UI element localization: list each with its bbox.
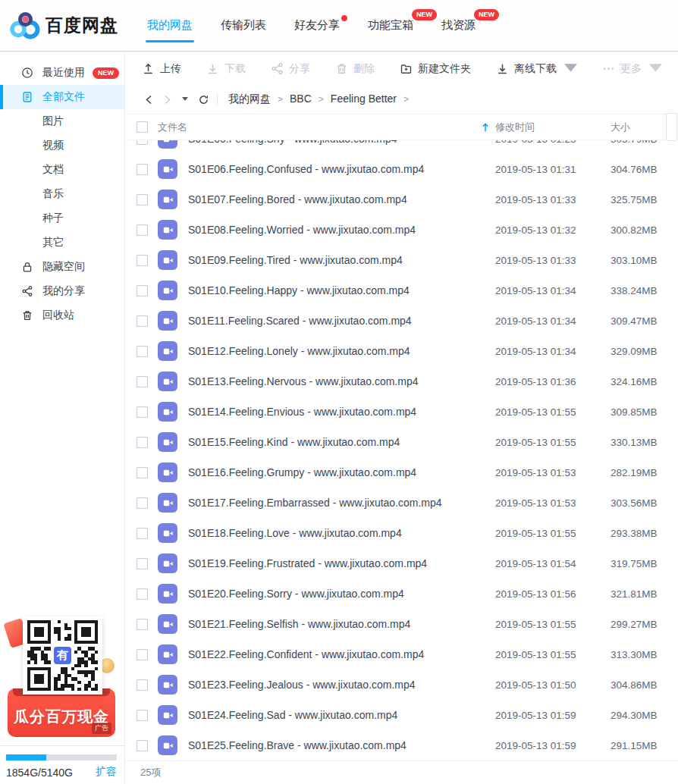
file-row[interactable]: S01E15.Feeling.Kind - www.jixutao.com.mp… <box>126 427 678 457</box>
delete-button[interactable]: 删除 <box>335 62 375 76</box>
file-row[interactable]: S01E16.Feeling.Grumpy - www.jixutao.com.… <box>126 457 678 488</box>
file-row[interactable]: S01E06.Feeling.Confused - www.jixutao.co… <box>126 154 678 184</box>
scrollbar-thumb[interactable] <box>666 113 677 141</box>
sidebar-item-others[interactable]: 其它 <box>0 230 124 255</box>
share-button[interactable]: 分享 <box>271 62 310 76</box>
file-name[interactable]: S01E20.Feeling.Sorry - www.jixutao.com.m… <box>188 588 495 600</box>
history-dropdown-button[interactable] <box>176 90 194 108</box>
expand-storage-link[interactable]: 扩容 <box>96 765 117 779</box>
file-row[interactable]: S01E20.Feeling.Sorry - www.jixutao.com.m… <box>126 579 678 609</box>
row-checkbox[interactable] <box>137 528 148 539</box>
sidebar-item-torrents[interactable]: 种子 <box>0 206 124 230</box>
tab-friend-share[interactable]: 好友分享 <box>294 18 340 33</box>
file-name[interactable]: S01E06.Feeling.Confused - www.jixutao.co… <box>188 163 495 175</box>
file-row[interactable]: S01E05.Feeling.Shy - www.jixutao.com.mp4… <box>126 140 678 154</box>
breadcrumb-segment[interactable]: Feeling Better <box>331 93 397 105</box>
row-checkbox[interactable] <box>137 740 148 751</box>
sidebar-item-videos[interactable]: 视频 <box>0 133 124 158</box>
row-checkbox[interactable] <box>137 467 148 478</box>
file-name[interactable]: S01E15.Feeling.Kind - www.jixutao.com.mp… <box>188 436 495 448</box>
file-row[interactable]: S01E25.Feeling.Brave - www.jixutao.com.m… <box>126 730 678 760</box>
row-checkbox[interactable] <box>137 164 148 175</box>
row-checkbox[interactable] <box>137 619 148 630</box>
file-row[interactable]: S01E07.Feeling.Bored - www.jixutao.com.m… <box>126 184 678 215</box>
row-checkbox[interactable] <box>137 194 148 205</box>
new-folder-button[interactable]: 新建文件夹 <box>400 62 471 76</box>
row-checkbox[interactable] <box>137 224 148 236</box>
sort-asc-icon[interactable] <box>482 123 489 132</box>
file-name[interactable]: S01E18.Feeling.Love - www.jixutao.com.mp… <box>188 527 495 539</box>
file-name[interactable]: S01E13.Feeling.Nervous - www.jixutao.com… <box>188 375 495 387</box>
file-row[interactable]: S01E23.Feeling.Jealous - www.jixutao.com… <box>126 670 678 700</box>
sidebar-item-my-shares[interactable]: 我的分享 <box>0 279 124 303</box>
row-checkbox[interactable] <box>137 376 148 387</box>
sidebar-item-documents[interactable]: 文档 <box>0 158 124 182</box>
file-row[interactable]: S01E11.Feeling.Scared - www.jixutao.com.… <box>126 306 678 336</box>
row-checkbox[interactable] <box>137 315 148 327</box>
file-name[interactable]: S01E21.Feeling.Selfish - www.jixutao.com… <box>188 618 495 630</box>
sidebar-item-all-files[interactable]: 全部文件 <box>0 85 124 109</box>
file-name[interactable]: S01E09.Feeling.Tired - www.jixutao.com.m… <box>188 254 495 266</box>
tab-my-drive[interactable]: 我的网盘 <box>147 18 193 33</box>
upload-button[interactable]: 上传 <box>142 62 181 76</box>
file-name[interactable]: S01E08.Feeling.Worried - www.jixutao.com… <box>188 224 495 236</box>
row-checkbox[interactable] <box>137 285 148 296</box>
file-name[interactable]: S01E23.Feeling.Jealous - www.jixutao.com… <box>188 679 495 691</box>
sidebar-item-recent[interactable]: 最近使用 NEW <box>0 61 124 85</box>
row-checkbox[interactable] <box>137 497 148 509</box>
breadcrumb-segment[interactable]: BBC <box>290 93 312 105</box>
row-checkbox[interactable] <box>137 437 148 448</box>
file-row[interactable]: S01E09.Feeling.Tired - www.jixutao.com.m… <box>126 245 678 275</box>
forward-button[interactable] <box>158 90 176 108</box>
sidebar-item-music[interactable]: 音乐 <box>0 182 124 206</box>
row-checkbox[interactable] <box>137 710 148 721</box>
breadcrumb-segment[interactable]: 我的网盘 <box>228 93 271 105</box>
more-button[interactable]: 更多 <box>602 62 662 76</box>
file-name[interactable]: S01E25.Feeling.Brave - www.jixutao.com.m… <box>188 739 495 751</box>
refresh-button[interactable] <box>194 90 212 108</box>
row-checkbox[interactable] <box>137 406 148 418</box>
file-name[interactable]: S01E07.Feeling.Bored - www.jixutao.com.m… <box>188 193 495 205</box>
row-checkbox[interactable] <box>137 588 148 600</box>
sidebar-item-pictures[interactable]: 图片 <box>0 109 124 133</box>
file-name[interactable]: S01E16.Feeling.Grumpy - www.jixutao.com.… <box>188 466 495 478</box>
file-name[interactable]: S01E24.Feeling.Sad - www.jixutao.com.mp4 <box>188 709 495 721</box>
back-button[interactable] <box>140 90 158 108</box>
column-header-modified[interactable]: 修改时间 <box>495 121 611 134</box>
file-name[interactable]: S01E12.Feeling.Lonely - www.jixutao.com.… <box>188 345 495 357</box>
tab-find-resources[interactable]: 找资源NEW <box>441 18 476 33</box>
row-checkbox[interactable] <box>137 558 148 569</box>
file-row[interactable]: S01E17.Feeling.Embarrassed - www.jixutao… <box>126 488 678 518</box>
file-row[interactable]: S01E18.Feeling.Love - www.jixutao.com.mp… <box>126 518 678 548</box>
file-name[interactable]: S01E17.Feeling.Embarrassed - www.jixutao… <box>188 497 495 509</box>
select-all-checkbox[interactable] <box>137 121 148 133</box>
row-checkbox[interactable] <box>137 649 148 660</box>
file-name[interactable]: S01E14.Feeling.Envious - www.jixutao.com… <box>188 406 495 418</box>
tab-toolbox[interactable]: 功能宝箱NEW <box>368 18 413 33</box>
file-row[interactable]: S01E21.Feeling.Selfish - www.jixutao.com… <box>126 609 678 639</box>
file-row[interactable]: S01E24.Feeling.Sad - www.jixutao.com.mp4… <box>126 700 678 730</box>
file-row[interactable]: S01E12.Feeling.Lonely - www.jixutao.com.… <box>126 336 678 366</box>
file-row[interactable]: S01E19.Feeling.Frustrated - www.jixutao.… <box>126 548 678 579</box>
offline-download-button[interactable]: 离线下载 <box>496 62 577 76</box>
file-row[interactable]: S01E10.Feeling.Happy - www.jixutao.com.m… <box>126 275 678 306</box>
file-row[interactable]: S01E08.Feeling.Worried - www.jixutao.com… <box>126 215 678 245</box>
column-header-name[interactable]: 文件名 <box>158 121 187 134</box>
file-name[interactable]: S01E05.Feeling.Shy - www.jixutao.com.mp4 <box>188 140 495 145</box>
file-name[interactable]: S01E11.Feeling.Scared - www.jixutao.com.… <box>188 315 495 327</box>
file-row[interactable]: S01E14.Feeling.Envious - www.jixutao.com… <box>126 397 678 427</box>
file-name[interactable]: S01E19.Feeling.Frustrated - www.jixutao.… <box>188 557 495 569</box>
promo-banner[interactable]: 瓜分百万现金 广告 <box>8 688 115 737</box>
file-row[interactable]: S01E13.Feeling.Nervous - www.jixutao.com… <box>126 366 678 397</box>
sidebar-item-hidden-space[interactable]: 隐藏空间 <box>0 255 124 279</box>
row-checkbox[interactable] <box>137 346 148 357</box>
file-name[interactable]: S01E22.Feeling.Confident - www.jixutao.c… <box>188 648 495 660</box>
download-button[interactable]: 下载 <box>206 62 246 76</box>
tab-transfer-list[interactable]: 传输列表 <box>221 18 266 33</box>
sidebar-item-recycle-bin[interactable]: 回收站 <box>0 303 124 328</box>
file-name[interactable]: S01E10.Feeling.Happy - www.jixutao.com.m… <box>188 284 495 296</box>
row-checkbox[interactable] <box>137 140 148 145</box>
file-row[interactable]: S01E22.Feeling.Confident - www.jixutao.c… <box>126 639 678 670</box>
row-checkbox[interactable] <box>137 679 148 691</box>
row-checkbox[interactable] <box>137 255 148 266</box>
